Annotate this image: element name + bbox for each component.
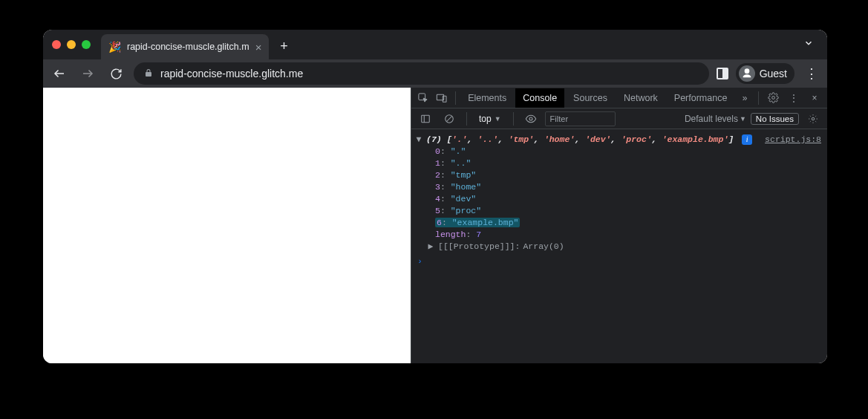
inspect-element-button[interactable]: [414, 88, 432, 108]
disclosure-triangle[interactable]: ▼: [414, 134, 423, 146]
maximize-window-button[interactable]: [82, 40, 91, 49]
context-selector[interactable]: top ▼: [474, 112, 506, 126]
avatar-icon: [739, 65, 755, 82]
tab-favicon: 🎉: [108, 41, 121, 53]
toolbar: rapid-concise-muscle.glitch.me Guest ⋮: [43, 59, 827, 88]
clear-console-button[interactable]: [440, 109, 459, 129]
disclosure-triangle[interactable]: ▶: [426, 241, 435, 253]
console-prompt[interactable]: ›: [414, 256, 821, 267]
device-toolbar-button[interactable]: [434, 88, 451, 108]
separator: [466, 112, 467, 126]
svg-point-10: [529, 117, 532, 120]
console-body[interactable]: ▼ (7) ['.', '..', 'tmp', 'home', 'dev', …: [411, 129, 827, 363]
tab-title: rapid-concise-muscle.glitch.m: [127, 42, 249, 52]
settings-button[interactable]: [763, 88, 783, 108]
live-expression-button[interactable]: [521, 109, 541, 129]
url-text: rapid-concise-muscle.glitch.me: [160, 68, 303, 79]
array-entry: 3: "home": [435, 181, 821, 193]
context-label: top: [479, 114, 492, 124]
page-viewport[interactable]: [43, 88, 411, 363]
close-window-button[interactable]: [52, 40, 61, 49]
console-settings-button[interactable]: [803, 109, 823, 129]
content-area: Elements Console Sources Network Perform…: [43, 88, 827, 363]
address-bar[interactable]: rapid-concise-muscle.glitch.me: [134, 62, 709, 85]
array-entry: 5: "proc": [435, 205, 821, 217]
reload-button[interactable]: [105, 63, 126, 84]
log-levels-selector[interactable]: Default levels ▼: [685, 114, 746, 124]
chevron-down-icon: ▼: [495, 115, 501, 123]
length-row: length: 7: [414, 229, 821, 241]
log-entry-header[interactable]: ▼ (7) ['.', '..', 'tmp', 'home', 'dev', …: [414, 134, 821, 146]
tab-console[interactable]: Console: [515, 88, 564, 108]
browser-window: 🎉 rapid-concise-muscle.glitch.m × + rapi…: [43, 30, 827, 363]
separator: [455, 91, 456, 105]
array-count: (7): [426, 134, 442, 144]
side-panel-button[interactable]: [717, 68, 728, 79]
devtools-menu-button[interactable]: ⋮: [784, 88, 803, 108]
new-tab-button[interactable]: +: [273, 36, 294, 56]
filter-input[interactable]: [550, 112, 610, 126]
profile-button[interactable]: Guest: [736, 63, 794, 84]
issues-button[interactable]: No Issues: [751, 113, 799, 125]
tab-network[interactable]: Network: [616, 88, 665, 108]
close-devtools-button[interactable]: ×: [805, 88, 824, 108]
svg-line-9: [447, 116, 452, 121]
window-controls: [49, 40, 97, 49]
svg-rect-6: [422, 115, 430, 122]
back-button[interactable]: [49, 63, 70, 84]
tab-elements[interactable]: Elements: [460, 88, 514, 108]
info-icon[interactable]: i: [742, 134, 752, 145]
array-entry: 6: "example.bmp": [435, 217, 821, 229]
array-expansion: 0: "."1: ".."2: "tmp"3: "home"4: "dev"5:…: [414, 146, 821, 229]
profile-label: Guest: [760, 68, 787, 79]
tab-overflow-button[interactable]: [796, 33, 821, 56]
tab-strip: 🎉 rapid-concise-muscle.glitch.m × +: [43, 30, 827, 59]
separator: [758, 91, 759, 105]
lock-icon: [144, 68, 153, 79]
devtools-tabs: Elements Console Sources Network Perform…: [411, 88, 827, 108]
svg-point-5: [771, 97, 774, 100]
source-link[interactable]: script.js:8: [765, 134, 821, 146]
prototype-row[interactable]: ▶ [[[Prototype]]]: Array(0): [414, 241, 821, 253]
tab-sources[interactable]: Sources: [566, 88, 615, 108]
svg-rect-4: [443, 96, 447, 102]
array-entry: 0: ".": [435, 146, 821, 157]
tab-performance[interactable]: Performance: [667, 88, 735, 108]
forward-button[interactable]: [77, 63, 98, 84]
chevron-down-icon: ▼: [740, 115, 746, 123]
array-entry: 4: "dev": [435, 193, 821, 205]
minimize-window-button[interactable]: [67, 40, 76, 49]
svg-point-11: [812, 117, 815, 120]
console-toolbar: top ▼ Default levels ▼ No Issues: [411, 108, 827, 129]
filter-input-wrap: [545, 111, 616, 126]
array-entry: 2: "tmp": [435, 169, 821, 181]
separator: [513, 112, 514, 126]
close-tab-button[interactable]: ×: [255, 41, 262, 53]
browser-tab[interactable]: 🎉 rapid-concise-muscle.glitch.m ×: [101, 34, 269, 59]
devtools-panel: Elements Console Sources Network Perform…: [411, 88, 827, 363]
toggle-sidebar-button[interactable]: [416, 109, 435, 129]
log-levels-label: Default levels: [685, 114, 738, 124]
browser-menu-button[interactable]: ⋮: [802, 65, 821, 82]
more-tabs-button[interactable]: »: [736, 88, 754, 108]
array-entry: 1: "..": [435, 157, 821, 169]
toolbar-right: Guest ⋮: [717, 63, 821, 84]
